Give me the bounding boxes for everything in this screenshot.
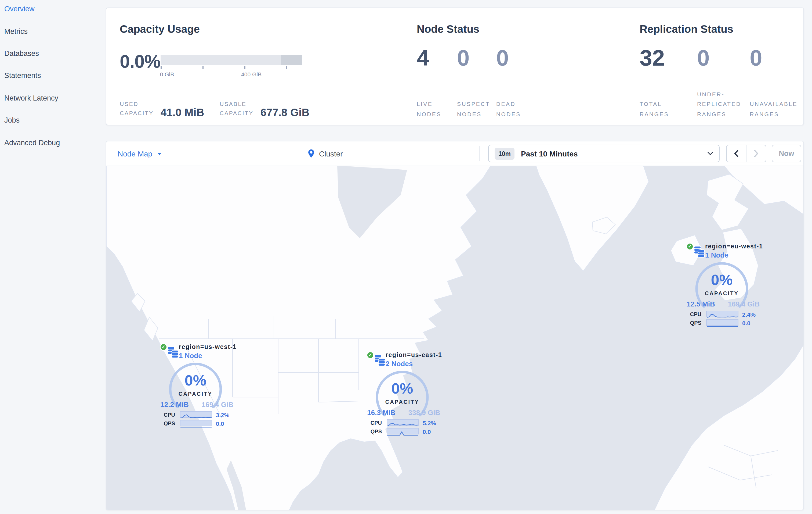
sidebar-item-jobs[interactable]: Jobs [0, 109, 106, 132]
capacity-axis-tick [202, 66, 203, 70]
qps-sparkline [706, 319, 738, 326]
cpu-label: CPU [362, 420, 382, 426]
usable-capacity-value: 677.8 GiB [260, 106, 309, 119]
capacity-axis-label-0: 0 GiB [160, 71, 174, 77]
capacity-axis-tick [244, 66, 245, 70]
now-button[interactable]: Now [772, 145, 801, 162]
chevron-down-icon [157, 153, 162, 155]
region-capacity-percent: 0% [692, 272, 751, 289]
sidebar-item-statements[interactable]: Statements [0, 64, 106, 87]
used-capacity-label: USED CAPACITY [120, 100, 154, 118]
breadcrumb-cluster-label: Cluster [319, 149, 343, 158]
usable-capacity-stat: USABLE CAPACITY 677.8 GiB [220, 100, 309, 118]
sidebar-item-network-latency[interactable]: Network Latency [0, 87, 106, 109]
database-icon [168, 346, 179, 358]
capacity-arc-gauge [166, 360, 225, 419]
cpu-label: CPU [155, 412, 175, 418]
healthy-check-icon: ✓ [687, 244, 693, 249]
used-capacity-stat: USED CAPACITY 41.0 MiB [120, 100, 204, 118]
qps-label: QPS [155, 421, 175, 426]
cpu-value: 3.2% [216, 412, 229, 418]
region-capacity-percent: 0% [166, 372, 225, 389]
map-pin-icon [308, 149, 315, 158]
view-mode-dropdown[interactable]: Node Map [118, 141, 162, 166]
cluster-overview-page: Overview Metrics Databases Statements Ne… [0, 0, 812, 514]
region-name: region=us-west-1 [179, 344, 237, 350]
capacity-axis-tick [161, 66, 162, 70]
region-name: region=us-east-1 [385, 352, 442, 358]
region-total-capacity: 169.4 GiB [724, 300, 763, 308]
qps-row: QPS 0.0 [682, 319, 762, 326]
qps-row: QPS 0.0 [155, 420, 236, 427]
qps-label: QPS [362, 429, 382, 434]
suspect-nodes-label: SUSPECT NODES [457, 99, 494, 119]
unavailable-ranges-count: 0 [750, 47, 762, 70]
world-map[interactable]: ✓ region=us-west-1 1 Node 0% CAPACITY [106, 166, 804, 510]
region-capacity-percent: 0% [373, 380, 432, 397]
qps-sparkline [180, 420, 212, 426]
capacity-used-percent: 0.0% [120, 51, 160, 72]
cpu-row: CPU 3.2% [155, 411, 236, 418]
cpu-row: CPU 5.2% [362, 420, 442, 426]
capacity-arc-gauge [692, 259, 751, 318]
cpu-sparkline [387, 420, 419, 426]
sidebar-item-overview[interactable]: Overview [0, 0, 106, 20]
sidebar-item-advanced-debug[interactable]: Advanced Debug [0, 132, 106, 154]
time-forward-button[interactable] [746, 145, 766, 162]
chevron-left-icon [734, 150, 738, 157]
healthy-check-icon: ✓ [161, 344, 167, 350]
total-ranges-label: TOTAL RANGES [640, 99, 676, 119]
usable-capacity-label: USABLE CAPACITY [220, 100, 254, 118]
region-marker-eu-west-1[interactable]: ✓ region=eu-west-1 1 Node 0% CAPACITY [682, 239, 762, 328]
cpu-value: 2.4% [742, 311, 756, 318]
used-capacity-value: 41.0 MiB [161, 106, 204, 119]
capacity-bar [161, 55, 302, 65]
breadcrumb[interactable]: Cluster [308, 141, 343, 166]
qps-value: 0.0 [216, 421, 224, 427]
qps-value: 0.0 [423, 429, 431, 435]
chevron-right-icon [754, 150, 758, 157]
view-mode-label: Node Map [118, 149, 152, 158]
region-marker-us-east-1[interactable]: ✓ region=us-east-1 2 Nodes 0% CAPACITY [362, 347, 442, 437]
healthy-check-icon: ✓ [367, 352, 373, 358]
capacity-arc-gauge [373, 368, 432, 427]
time-back-button[interactable] [727, 145, 746, 162]
dead-nodes-count: 0 [496, 47, 509, 70]
unavailable-ranges-label: UNAVAILABLE RANGES [750, 99, 801, 119]
region-marker-us-west-1[interactable]: ✓ region=us-west-1 1 Node 0% CAPACITY [155, 339, 236, 429]
cpu-row: CPU 2.4% [682, 311, 762, 318]
sidebar: Overview Metrics Databases Statements Ne… [0, 0, 106, 514]
cluster-summary-panel: Capacity Usage 0.0% 0 GiB 400 GiB USED C… [106, 7, 804, 125]
capacity-label: CAPACITY [692, 290, 751, 296]
sidebar-item-metrics[interactable]: Metrics [0, 20, 106, 43]
total-ranges-count: 32 [640, 47, 665, 70]
time-step-buttons [726, 145, 766, 162]
node-map-panel: Node Map Cluster 10m Past 10 Minutes [106, 141, 804, 510]
replication-status-title: Replication Status [640, 23, 733, 35]
qps-label: QPS [682, 320, 701, 326]
region-node-count-link[interactable]: 1 Node [179, 352, 202, 360]
live-nodes-count: 4 [417, 47, 429, 70]
database-icon [374, 354, 385, 366]
capacity-bar-dark-segment [281, 55, 302, 65]
time-range-dropdown[interactable]: 10m Past 10 Minutes [488, 145, 720, 162]
database-icon [694, 246, 705, 258]
region-node-count-link[interactable]: 1 Node [705, 251, 728, 259]
capacity-usage-title: Capacity Usage [120, 23, 200, 35]
region-node-count-link[interactable]: 2 Nodes [385, 360, 413, 368]
sidebar-item-databases[interactable]: Databases [0, 43, 106, 65]
capacity-axis-tick [286, 66, 287, 70]
node-map-toolbar: Node Map Cluster 10m Past 10 Minutes [106, 141, 804, 166]
chevron-down-icon [707, 152, 713, 155]
cpu-sparkline [706, 311, 738, 317]
dead-nodes-label: DEAD NODES [496, 99, 533, 119]
time-range-label: Past 10 Minutes [521, 149, 578, 158]
qps-row: QPS 0.0 [362, 428, 442, 435]
capacity-axis-label-400: 400 GiB [241, 71, 262, 77]
qps-value: 0.0 [742, 320, 751, 326]
time-range-badge: 10m [495, 147, 515, 159]
capacity-label: CAPACITY [373, 399, 432, 405]
region-name: region=eu-west-1 [705, 243, 763, 249]
cpu-value: 5.2% [423, 420, 436, 426]
map-canvas [106, 166, 804, 510]
